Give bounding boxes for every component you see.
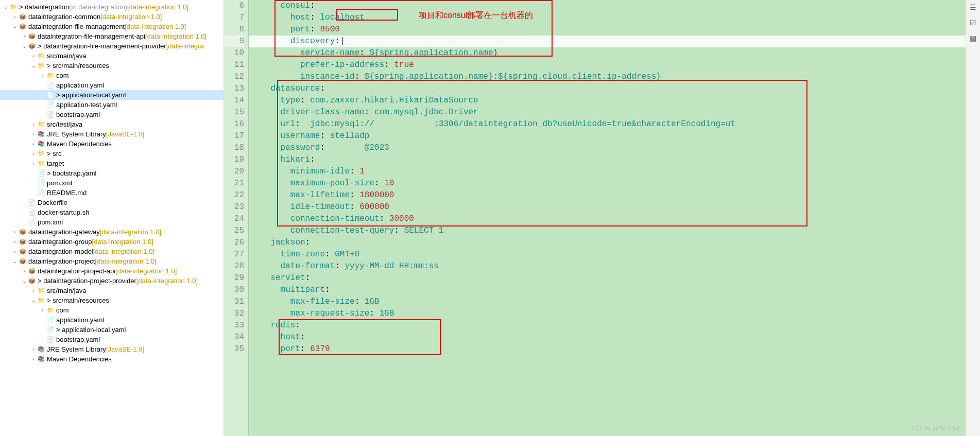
tree-item[interactable]: 📦dataintegration-file-management [data-i…: [0, 22, 223, 31]
module-icon: 📦: [28, 42, 36, 50]
tree-arrow-icon[interactable]: [11, 24, 19, 29]
tree-arrow-icon[interactable]: [2, 4, 9, 10]
tree-item[interactable]: 📁com: [0, 71, 223, 80]
tree-item[interactable]: 📚Maven Dependencies: [0, 354, 223, 364]
tree-item[interactable]: 📄bootstrap.yaml: [0, 335, 223, 344]
code-line[interactable]: servlet:: [249, 272, 966, 284]
code-line[interactable]: minimum-idle: 1: [249, 166, 966, 178]
tree-arrow-icon[interactable]: [30, 121, 37, 127]
tree-item[interactable]: 📄> application-local.yaml: [0, 90, 223, 100]
tree-item[interactable]: 📦dataintegration-common [data-integratio…: [0, 12, 223, 22]
tree-arrow-icon[interactable]: [21, 43, 28, 49]
code-line[interactable]: redis:: [249, 320, 966, 332]
folder-icon: 📁: [46, 72, 55, 80]
tree-arrow-icon[interactable]: [39, 307, 46, 313]
tree-item[interactable]: 📁src/main/java: [0, 51, 223, 61]
tree-item[interactable]: 📁target: [0, 159, 223, 168]
tree-arrow-icon[interactable]: [39, 73, 46, 78]
tree-arrow-icon[interactable]: [30, 53, 37, 59]
code-area[interactable]: 项目和consul部署在一台机器的 consul: host: localhos…: [249, 0, 966, 436]
tree-item[interactable]: 📄pom.xml: [0, 217, 223, 227]
code-line[interactable]: max-lifetime: 1800000: [249, 189, 966, 201]
code-line[interactable]: maximum-pool-size: 10: [249, 178, 966, 189]
tree-item[interactable]: 📁> src: [0, 149, 223, 159]
code-line[interactable]: datasource:: [249, 83, 966, 95]
tree-item[interactable]: 📄README.md: [0, 188, 223, 198]
code-line[interactable]: idle-timeout: 600000: [249, 201, 966, 213]
code-line[interactable]: connection-timeout: 30000: [249, 213, 966, 225]
tree-arrow-icon[interactable]: [11, 14, 19, 20]
code-line[interactable]: port: 6379: [249, 343, 966, 355]
tree-item[interactable]: 📦dataintegration-model [data-integration…: [0, 247, 223, 256]
code-line[interactable]: prefer-ip-address: true: [249, 59, 966, 71]
tree-item[interactable]: 📁src/main/java: [0, 286, 223, 295]
tree-arrow-icon[interactable]: [11, 258, 19, 264]
code-line[interactable]: port: 8500: [249, 24, 966, 36]
tree-item[interactable]: 📦dataintegration-project [data-integrati…: [0, 256, 223, 266]
tree-item[interactable]: 📁com: [0, 305, 223, 315]
code-line[interactable]: multipart:: [249, 284, 966, 296]
tree-item[interactable]: 📄> application-local.yaml: [0, 325, 223, 335]
tree-arrow-icon[interactable]: [11, 239, 19, 245]
code-editor[interactable]: 6789101112131415161718192021222324252627…: [224, 0, 966, 436]
tree-item[interactable]: 📄docker-startup.sh: [0, 207, 223, 217]
tree-arrow-icon[interactable]: [30, 346, 37, 352]
tree-item[interactable]: 📁> dataintegration (in data-integration)…: [0, 2, 223, 12]
tree-item[interactable]: 📁> src/main/resources: [0, 295, 223, 305]
tree-item[interactable]: 📄Dockerfile: [0, 198, 223, 207]
tree-item[interactable]: 📦dataintegration-group [data-integration…: [0, 237, 223, 247]
code-line[interactable]: consul:: [249, 0, 966, 12]
tree-item[interactable]: 📦dataintegration-file-management-api [da…: [0, 31, 223, 41]
tree-arrow-icon[interactable]: [30, 356, 37, 362]
tree-item[interactable]: 📦dataintegration-gateway [data-integrati…: [0, 227, 223, 237]
code-line[interactable]: service-name: ${spring.application.name}: [249, 47, 966, 59]
tree-item[interactable]: 📚JRE System Library [JavaSE-1.8]: [0, 344, 223, 354]
tree-item[interactable]: 📄application.yaml: [0, 315, 223, 325]
tree-item[interactable]: 📦> dataintegration-project-provider [dat…: [0, 276, 223, 286]
tree-item[interactable]: 📦> dataintegration-file-management-provi…: [0, 41, 223, 51]
tree-item[interactable]: 📚JRE System Library [JavaSE-1.8]: [0, 129, 223, 139]
code-line[interactable]: type: com.zaxxer.hikari.HikariDataSource: [249, 95, 966, 107]
code-line[interactable]: password: @2023: [249, 142, 966, 154]
tree-arrow-icon[interactable]: [30, 288, 37, 293]
tree-version: [data-integration 1.0]: [100, 228, 161, 236]
tree-arrow-icon[interactable]: [11, 229, 19, 235]
code-line[interactable]: host: localhost: [249, 12, 966, 24]
tree-arrow-icon[interactable]: [30, 131, 37, 137]
outline-icon[interactable]: ☰: [968, 3, 978, 13]
tree-arrow-icon[interactable]: [30, 298, 37, 303]
tree-item[interactable]: 📄bootstrap.yaml: [0, 110, 223, 119]
code-line[interactable]: discovery:|: [249, 36, 966, 47]
code-line[interactable]: hikari:: [249, 154, 966, 166]
code-line[interactable]: instance-id: ${spring.application.name}:…: [249, 71, 966, 83]
code-line[interactable]: host:: [249, 332, 966, 343]
tree-item[interactable]: 📁src/test/java: [0, 119, 223, 129]
tree-item[interactable]: 📄application-test.yaml: [0, 100, 223, 110]
tree-arrow-icon[interactable]: [30, 161, 37, 166]
tree-arrow-icon[interactable]: [21, 33, 28, 39]
code-line[interactable]: max-request-size: 1GB: [249, 308, 966, 320]
code-line[interactable]: time-zone: GMT+8: [249, 249, 966, 260]
tree-item[interactable]: 📄> bootstrap.yaml: [0, 168, 223, 178]
tree-arrow-icon[interactable]: [30, 63, 37, 68]
code-line[interactable]: driver-class-name: com.mysql.jdbc.Driver: [249, 107, 966, 118]
tree-item[interactable]: 📄application.yaml: [0, 80, 223, 90]
tree-item[interactable]: 📚Maven Dependencies: [0, 139, 223, 149]
tree-item[interactable]: 📦dataintegration-project-api [data-integ…: [0, 266, 223, 276]
code-line[interactable]: date-format: yyyy-MM-dd HH:mm:ss: [249, 260, 966, 272]
task-icon[interactable]: ☑: [968, 19, 978, 29]
tree-item[interactable]: 📄pom.xml: [0, 178, 223, 188]
tree-arrow-icon[interactable]: [21, 278, 28, 284]
tree-arrow-icon[interactable]: [21, 268, 28, 274]
tree-arrow-icon[interactable]: [11, 249, 19, 254]
code-line[interactable]: url: jdbc:mysql:// :3306/dataintegration…: [249, 118, 966, 130]
code-line[interactable]: username: stelladp: [249, 130, 966, 142]
code-line[interactable]: max-file-size: 1GB: [249, 296, 966, 308]
code-line[interactable]: jackson:: [249, 237, 966, 249]
project-explorer[interactable]: 📁> dataintegration (in data-integration)…: [0, 0, 224, 436]
tree-item[interactable]: 📁> src/main/resources: [0, 61, 223, 71]
code-line[interactable]: connection-test-query: SELECT 1: [249, 225, 966, 237]
tree-arrow-icon[interactable]: [30, 141, 37, 147]
tree-arrow-icon[interactable]: [30, 151, 37, 156]
minimap-icon[interactable]: ▤: [968, 34, 978, 44]
